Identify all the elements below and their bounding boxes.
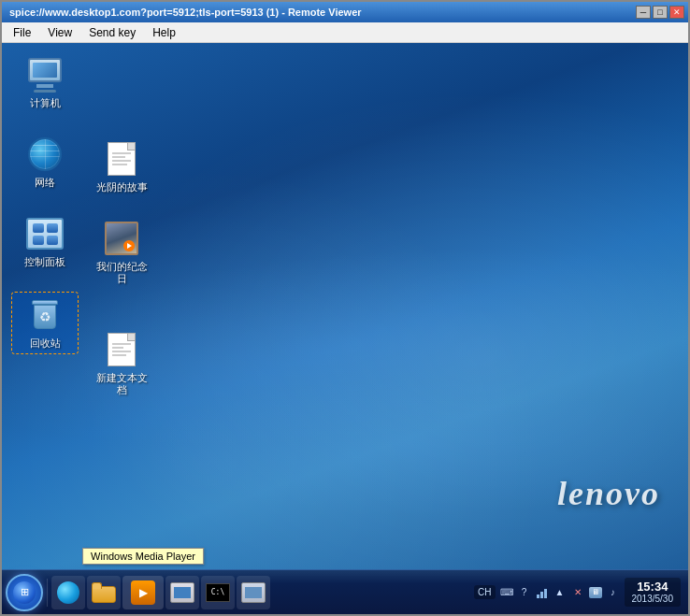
ch-badge[interactable]: CH xyxy=(474,585,495,599)
desktop-icon-doc1[interactable]: 光阴的故事 xyxy=(88,136,155,197)
doc2-icon-img xyxy=(103,331,140,368)
monitor-screen xyxy=(174,587,191,598)
tray-icon-keyboard[interactable]: ⌨ xyxy=(499,585,514,600)
start-orb: ⊞ xyxy=(13,581,36,604)
memorial-icon-img xyxy=(103,220,140,257)
control-panel-icon-img xyxy=(26,215,64,252)
monitor2-icon xyxy=(240,580,266,606)
network-icon-img xyxy=(26,136,64,173)
recycle-icon-label: 回收站 xyxy=(30,337,61,350)
tray-icon-warning[interactable]: ✕ xyxy=(570,585,585,600)
menu-view[interactable]: View xyxy=(40,24,79,41)
desktop-icon-network[interactable]: 网络 xyxy=(11,132,79,193)
taskbar-folder[interactable] xyxy=(87,576,121,609)
doc2-icon-label: 新建文本文档 xyxy=(92,372,151,396)
close-button[interactable]: ✕ xyxy=(669,6,684,19)
desktop-icon-doc2[interactable]: 新建文本文档 xyxy=(88,327,155,400)
menu-file[interactable]: File xyxy=(6,24,38,41)
terminal-icon: C:\ xyxy=(206,583,230,602)
network-icon-label: 网络 xyxy=(35,177,55,189)
desktop-icon-memorial[interactable]: 我们的纪念日 xyxy=(88,216,155,289)
tray-icons-area: ⌨ ? ▲ ✕ 🖥 ♪ xyxy=(499,585,621,600)
title-bar: spice://www.desktop1.com?port=5912;tls-p… xyxy=(2,2,688,22)
doc1-icon-img xyxy=(103,140,140,178)
tray-icon-help[interactable]: ? xyxy=(517,585,532,600)
taskbar-media-player[interactable]: Windows Media Player xyxy=(122,576,164,609)
tray-icon-arrow-up[interactable]: ▲ xyxy=(553,585,568,600)
window-title: spice://www.desktop1.com?port=5912;tls-p… xyxy=(6,7,636,18)
menu-bar: File View Send key Help xyxy=(2,22,688,43)
recycle-icon-img: ♻ xyxy=(26,296,64,334)
menu-help[interactable]: Help xyxy=(145,24,183,41)
tray-icon-network[interactable] xyxy=(535,585,550,600)
icon-column-2: 光阴的故事 我们的纪念日 xyxy=(88,136,155,400)
system-clock[interactable]: 15:34 2013/5/30 xyxy=(625,578,682,608)
title-bar-controls: ─ □ ✕ xyxy=(636,6,684,19)
taskbar-desktop[interactable] xyxy=(165,576,199,609)
minimize-button[interactable]: ─ xyxy=(636,6,651,19)
taskbar-separator-1 xyxy=(47,579,48,607)
folder-icon xyxy=(91,580,117,606)
desktop-icon-computer[interactable]: 计算机 xyxy=(11,52,79,113)
computer-icon-label: 计算机 xyxy=(30,97,61,109)
cmd-prompt: C:\ xyxy=(211,588,224,596)
ie-globe-icon xyxy=(57,581,79,604)
clock-time: 15:34 xyxy=(632,580,674,595)
maximize-button[interactable]: □ xyxy=(653,6,668,19)
desktop-icon-control-panel[interactable]: 控制面板 xyxy=(11,211,79,272)
computer-icon-img xyxy=(26,56,64,93)
memorial-icon-label: 我们的纪念日 xyxy=(92,261,151,285)
desktop-icon xyxy=(169,580,195,606)
monitor-icon xyxy=(170,582,194,603)
system-tray: CH ⌨ ? ▲ ✕ 🖥 ♪ 15:34 xyxy=(470,578,684,608)
tray-icon-volume[interactable]: ♪ xyxy=(606,585,621,600)
control-panel-icon-label: 控制面板 xyxy=(24,256,65,268)
doc1-icon-label: 光阴的故事 xyxy=(96,181,148,193)
ie-icon xyxy=(55,580,81,606)
start-button[interactable]: ⊞ xyxy=(6,574,43,611)
taskbar: ⊞ Windows Media Player xyxy=(2,569,688,614)
cmd-icon: C:\ xyxy=(205,580,231,606)
lenovo-logo: lenovo xyxy=(557,474,660,513)
orange-play-icon xyxy=(131,580,155,605)
menu-send-key[interactable]: Send key xyxy=(81,24,143,41)
taskbar-ie[interactable] xyxy=(51,576,85,609)
windows-logo-icon: ⊞ xyxy=(21,587,29,597)
desktop-icons-area: 计算机 网络 xyxy=(2,43,174,409)
desktop: 计算机 网络 xyxy=(2,43,688,569)
taskbar-monitor2[interactable] xyxy=(237,576,270,609)
desktop-icon-recycle[interactable]: ♻ 回收站 xyxy=(11,292,79,354)
tray-icon-network2[interactable]: 🖥 xyxy=(588,585,603,600)
remote-viewer-window: spice://www.desktop1.com?port=5912;tls-p… xyxy=(0,0,690,616)
media-player-icon xyxy=(130,580,156,606)
taskbar-cmd[interactable]: C:\ xyxy=(201,576,235,609)
clock-date: 2013/5/30 xyxy=(632,594,674,605)
icon-column-1: 计算机 网络 xyxy=(11,52,79,354)
